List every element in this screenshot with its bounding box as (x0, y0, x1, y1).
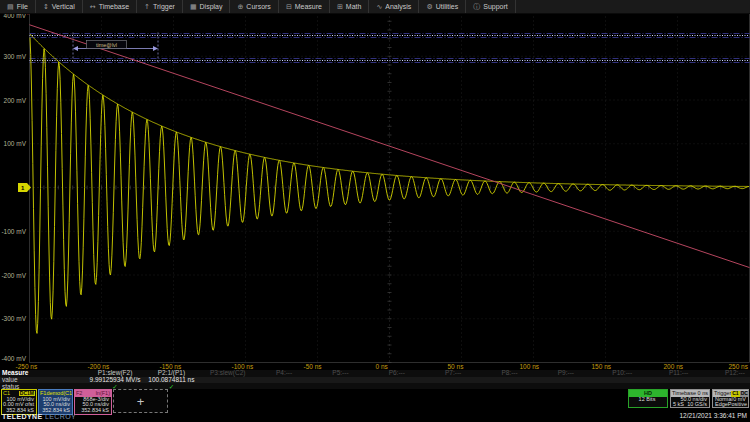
menu-label: Analysis (385, 3, 411, 10)
ylabel-100mv: 100 mV (0, 140, 26, 147)
trigger-icon: ↑ (144, 3, 150, 11)
xlabel--50ns: -50 ns (304, 363, 322, 370)
ylabel--200mv: -200 mV (0, 272, 26, 279)
add-trace-button[interactable]: + (113, 389, 168, 413)
menu-cursors[interactable]: ⊕Cursors (230, 0, 278, 13)
display-icon: ▦ (190, 3, 197, 11)
menu-label: Display (200, 3, 223, 10)
timebase-icon: ↔ (90, 3, 96, 11)
trigger-type: Edge (715, 402, 728, 408)
analysis-icon: ∿ (376, 3, 382, 11)
ylabel-300mv: 300 mV (0, 53, 26, 60)
menu-label: Support (483, 3, 508, 10)
measure-arrowhead-right (153, 46, 158, 51)
measure-annotation-label: time@lvl (96, 42, 117, 48)
ylabel-200mv: 200 mV (0, 97, 26, 104)
math-f2-descriptor[interactable]: F2 ln(F1) 868e-3/div 50.0 ns/div 352.834… (74, 389, 112, 415)
timebase-descriptor[interactable]: Timebase 0 ns 50.0 ns/div 5 kS 10 GS/s (670, 389, 710, 408)
hd-bits: 12 Bits (629, 397, 667, 403)
menu-bar: ▤File↕Vertical↔Timebase↑Trigger▦Display⊕… (0, 0, 750, 14)
ylabel--300mv: -300 mV (0, 315, 26, 322)
hd-mode-descriptor[interactable]: HD 12 Bits (628, 389, 668, 408)
ylabel--400mv: -400 mV (0, 355, 26, 362)
menu-label: Timebase (99, 3, 129, 10)
menu-label: Trigger (153, 3, 175, 10)
menu-label: Utilities (436, 3, 459, 10)
menu-trigger[interactable]: ↑Trigger (137, 0, 183, 13)
f2-samples: 352.834 kS (75, 408, 111, 414)
c1-zero-marker (18, 183, 31, 192)
cursors-icon: ⊕ (237, 3, 243, 11)
support-icon: ⓘ (473, 2, 480, 12)
menu-label: Cursors (246, 3, 271, 10)
menu-vertical[interactable]: ↕Vertical (36, 0, 83, 13)
menu-analysis[interactable]: ∿Analysis (369, 0, 419, 13)
timebase-rate: 10 GS/s (687, 402, 707, 408)
measure-icon: ⊟ (286, 3, 292, 11)
measure-arrowhead-left (73, 46, 78, 51)
vertical-icon: ↕ (43, 3, 49, 11)
file-icon: ▤ (7, 3, 14, 11)
waveform-display: time@lvl1 (0, 0, 750, 422)
measure-param-12-header[interactable]: P12:--- (695, 370, 750, 377)
menu-timebase[interactable]: ↔Timebase (83, 0, 137, 13)
menu-math[interactable]: ⊞Math (330, 0, 369, 13)
menu-utilities[interactable]: ⚙Utilities (419, 0, 466, 13)
menu-display[interactable]: ▦Display (183, 0, 231, 13)
math-f1-descriptor[interactable]: F1 demod(C1) 100 mV/div 50.0 ns/div 352.… (38, 389, 73, 415)
timebase-samples: 5 kS (673, 402, 684, 408)
menu-support[interactable]: ⓘSupport (466, 0, 516, 13)
menu-label: Vertical (52, 3, 75, 10)
datetime-display: 12/21/2021 3:36:41 PM (679, 412, 747, 419)
menu-label: Measure (295, 3, 322, 10)
math-icon: ⊞ (337, 3, 343, 11)
trigger-descriptor[interactable]: Trigger C1DC Normal 0 mV Edge Positive (712, 389, 749, 408)
xlabel-0ns: 0 ns (376, 363, 388, 370)
utilities-icon: ⚙ (426, 3, 432, 11)
plus-icon: + (137, 394, 145, 409)
f2-label: F2 (76, 390, 82, 397)
menu-label: File (17, 3, 28, 10)
channel-c1-descriptor[interactable]: C1 DC1M 100 mV/div 0.00 mV ofst 352.834 … (1, 389, 37, 415)
xlabel-100ns: 100 ns (520, 363, 540, 370)
xlabel-150ns: 150 ns (592, 363, 612, 370)
ylabel--100mv: -100 mV (0, 228, 26, 235)
menu-label: Math (346, 3, 362, 10)
menu-measure[interactable]: ⊟Measure (279, 0, 330, 13)
teledyne-lecroy-logo: TELEDYNE LECROY (2, 413, 76, 420)
trigger-slope: Positive (728, 402, 747, 408)
oscilloscope-screen: { "menu": { "items": [ {"icon": "file-ic… (0, 0, 750, 422)
menu-file[interactable]: ▤File (0, 0, 36, 13)
